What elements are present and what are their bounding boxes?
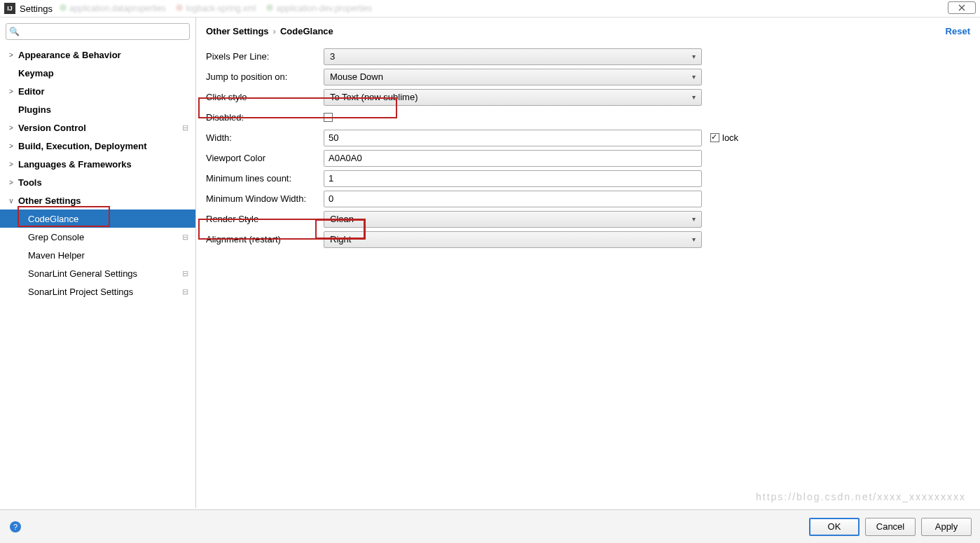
viewport-color-label: Viewport Color (206, 153, 324, 163)
tree-item-keymap[interactable]: Keymap (0, 64, 195, 82)
main-panel: Other Settings›CodeGlance Reset Pixels P… (196, 18, 980, 508)
lock-checkbox-wrap[interactable]: lock (710, 132, 738, 143)
tree-item-codeglance[interactable]: CodeGlance (0, 209, 195, 228)
breadcrumb: Other Settings›CodeGlance (206, 25, 970, 36)
width-input[interactable] (324, 130, 702, 146)
tree-item-appearance[interactable]: >Appearance & Behavior (0, 46, 195, 64)
min-lines-label: Minimum lines count: (206, 173, 324, 184)
tree-item-lang[interactable]: >Languages & Frameworks (0, 155, 195, 173)
tree-item-vcs[interactable]: >Version Control⊟ (0, 118, 195, 137)
tree-item-other[interactable]: vOther Settings (0, 191, 195, 209)
tree-item-sonarlint-general[interactable]: SonarLint General Settings⊟ (0, 264, 195, 282)
tree-item-plugins[interactable]: Plugins (0, 100, 195, 118)
tree-item-editor[interactable]: >Editor (0, 82, 195, 100)
cancel-button[interactable]: Cancel (865, 518, 916, 536)
tree-item-sonarlint-project[interactable]: SonarLint Project Settings⊟ (0, 282, 195, 301)
pixels-per-line-label: Pixels Per Line: (206, 51, 324, 62)
app-logo-icon: IJ (4, 3, 15, 14)
tree-item-tools[interactable]: >Tools (0, 173, 195, 191)
gear-icon: ⊟ (182, 123, 188, 132)
settings-tree: >Appearance & Behavior Keymap >Editor Pl… (0, 46, 195, 508)
click-style-dropdown[interactable]: To Text (new sublime)▾ (324, 89, 702, 106)
window-title: Settings (20, 4, 53, 14)
gear-icon: ⊟ (182, 269, 188, 278)
close-button[interactable] (948, 1, 976, 14)
ok-button[interactable]: OK (809, 518, 860, 536)
search-input[interactable] (6, 23, 190, 40)
lock-checkbox[interactable] (710, 133, 719, 142)
jump-to-label: Jump to position on: (206, 71, 324, 82)
render-style-label: Render Style (206, 214, 324, 224)
footer-bar: ? OK Cancel Apply (0, 509, 980, 543)
apply-button[interactable]: Apply (921, 518, 972, 536)
min-win-width-input[interactable] (324, 191, 702, 207)
disabled-label: Disabled: (206, 112, 324, 123)
tree-item-mavenhelper[interactable]: Maven Helper (0, 246, 195, 264)
search-icon: 🔍 (9, 27, 20, 36)
pixels-per-line-dropdown[interactable]: 3▾ (324, 48, 702, 65)
jump-to-dropdown[interactable]: Mouse Down▾ (324, 69, 702, 85)
render-style-dropdown[interactable]: Clean▾ (324, 211, 702, 228)
min-lines-input[interactable] (324, 170, 702, 187)
gear-icon: ⊟ (182, 287, 188, 296)
reset-link[interactable]: Reset (946, 26, 970, 36)
chevron-down-icon: ▾ (692, 215, 696, 223)
min-win-width-label: Minimum Window Width: (206, 193, 324, 204)
alignment-label: Alignment (restart) (206, 234, 324, 245)
help-button[interactable]: ? (10, 521, 21, 532)
chevron-down-icon: ▾ (692, 235, 696, 243)
tree-item-grepconsole[interactable]: Grep Console⊟ (0, 228, 195, 246)
chevron-down-icon: ▾ (692, 73, 696, 81)
click-style-label: Click style (206, 92, 324, 102)
tree-item-build[interactable]: >Build, Execution, Deployment (0, 137, 195, 155)
settings-sidebar: 🔍 >Appearance & Behavior Keymap >Editor … (0, 18, 196, 508)
width-label: Width: (206, 132, 324, 143)
alignment-dropdown[interactable]: Right▾ (324, 231, 702, 248)
viewport-color-input[interactable] (324, 150, 702, 167)
chevron-down-icon: ▾ (692, 93, 696, 101)
background-tabs: application.dataproperties logback-sprin… (60, 0, 372, 17)
watermark: https://blog.csdn.net/xxxx_xxxxxxxxx (756, 491, 966, 502)
title-bar: IJ Settings application.dataproperties l… (0, 0, 980, 18)
chevron-down-icon: ▾ (692, 53, 696, 60)
gear-icon: ⊟ (182, 233, 188, 242)
disabled-checkbox[interactable] (324, 113, 333, 122)
search-wrapper: 🔍 (6, 23, 190, 40)
